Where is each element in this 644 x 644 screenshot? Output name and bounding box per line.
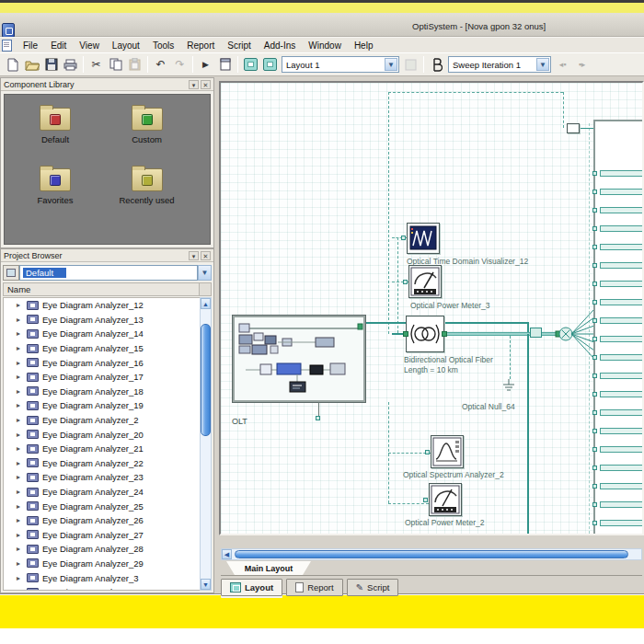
document-icon[interactable] — [2, 40, 12, 52]
tree-item[interactable]: ▸Eye Diagram Analyzer_28 — [4, 542, 201, 557]
tree-item[interactable]: ▸Eye Diagram Analyzer_13 — [4, 313, 201, 328]
expand-arrow-icon[interactable]: ▸ — [17, 574, 27, 582]
folder-default[interactable]: Default — [16, 108, 95, 144]
tree-item[interactable]: ▸Eye Diagram Analyzer_19 — [4, 398, 201, 413]
tree-item[interactable]: ▸Eye Diagram Analyzer_16 — [4, 355, 201, 370]
cut-button[interactable]: ✂ — [86, 55, 106, 75]
folder-favorites[interactable]: Favorites — [16, 168, 95, 205]
expand-arrow-icon[interactable]: ▸ — [17, 301, 27, 309]
expand-arrow-icon[interactable]: ▸ — [17, 344, 27, 352]
column-options-button[interactable] — [199, 283, 211, 295]
onu-splitter-block[interactable] — [593, 120, 642, 534]
close-panel-button[interactable]: ✕ — [201, 80, 211, 89]
layout-options-button[interactable] — [401, 55, 420, 75]
print-button[interactable] — [61, 55, 80, 75]
expand-arrow-icon[interactable]: ▸ — [17, 373, 27, 381]
tree-item[interactable]: ▸Eye Diagram Analyzer_20 — [4, 427, 201, 442]
optical-null[interactable] — [502, 379, 515, 392]
browser-view-button[interactable] — [3, 265, 19, 281]
title-bar[interactable]: OptiSystem - [Nova gpon 32 onus] — [0, 13, 644, 37]
menu-window[interactable]: Window — [302, 40, 348, 52]
optical-splitter[interactable] — [550, 306, 594, 363]
expand-arrow-icon[interactable]: ▸ — [17, 502, 27, 511]
folder-recently-used[interactable]: Recently used — [108, 168, 187, 205]
layout-window-button[interactable] — [215, 55, 235, 75]
run-button[interactable]: ▶ — [196, 55, 215, 75]
expand-arrow-icon[interactable]: ▸ — [17, 488, 27, 496]
expand-arrow-icon[interactable]: ▸ — [17, 416, 27, 424]
scroll-up-arrow[interactable]: ▲ — [201, 298, 211, 309]
new-button[interactable] — [3, 55, 22, 75]
expand-arrow-icon[interactable]: ▸ — [17, 359, 27, 367]
tree-item[interactable]: ▸Eye Diagram Analyzer_24 — [4, 485, 201, 500]
dropdown-arrow-icon[interactable]: ▼ — [198, 265, 212, 281]
top-connector-box[interactable] — [567, 123, 580, 133]
close-panel-button[interactable]: ✕ — [201, 251, 211, 260]
expand-arrow-icon[interactable]: ▸ — [17, 387, 27, 396]
optical-time-domain-visualizer[interactable] — [407, 223, 440, 254]
name-column-header[interactable]: Name — [3, 282, 212, 296]
inline-connector[interactable] — [530, 328, 542, 338]
folder-custom[interactable]: Custom — [108, 108, 187, 144]
menu-file[interactable]: File — [17, 40, 44, 52]
tree-item[interactable]: ▸Eye Diagram Analyzer_22 — [4, 456, 201, 471]
tree-item[interactable]: ▸Eye Diagram Analyzer_14 — [4, 327, 201, 341]
tree-item[interactable]: ▸Eye Diagram Analyzer_18 — [4, 385, 201, 399]
undo-button[interactable]: ↶ — [151, 55, 170, 75]
scrollbar-thumb[interactable] — [235, 550, 628, 558]
tree-item[interactable]: ▸Eye Diagram Analyzer_2 — [4, 413, 201, 428]
tree-item[interactable]: ▸Eye Diagram Analyzer_29 — [4, 557, 201, 571]
expand-arrow-icon[interactable]: ▸ — [17, 444, 27, 453]
layout-select[interactable]: Layout 1 ▼ — [282, 56, 399, 73]
tree-item[interactable]: ▸Eye Diagram Analyzer_30 — [4, 585, 201, 591]
menu-layout[interactable]: Layout — [106, 40, 146, 52]
tab-report[interactable]: Report — [286, 579, 343, 596]
tree-item[interactable]: ▸Eye Diagram Analyzer_21 — [4, 442, 201, 456]
schematic-canvas[interactable]: OLT Optical Time Domain Visualizer_12 — [221, 83, 642, 534]
tree-item[interactable]: ▸Eye Diagram Analyzer_15 — [4, 341, 201, 356]
tab-layout[interactable]: Layout — [221, 579, 282, 596]
expand-arrow-icon[interactable]: ▸ — [17, 316, 27, 324]
menu-report[interactable]: Report — [180, 40, 221, 52]
menu-help[interactable]: Help — [348, 40, 380, 52]
tree-item[interactable]: ▸Eye Diagram Analyzer_17 — [4, 370, 201, 385]
expand-arrow-icon[interactable]: ▸ — [17, 531, 27, 539]
prev-iteration-button[interactable]: ◂▪ — [553, 55, 572, 75]
redo-button[interactable]: ↷ — [170, 55, 190, 75]
canvas-h-scrollbar[interactable]: ◀ — [221, 548, 642, 560]
scrollbar-thumb[interactable] — [201, 324, 211, 436]
optical-power-meter-2[interactable] — [429, 483, 462, 516]
scroll-left-arrow[interactable]: ◀ — [222, 549, 232, 559]
menu-view[interactable]: View — [73, 40, 106, 52]
expand-arrow-icon[interactable]: ▸ — [17, 459, 27, 467]
olt-subsystem-block[interactable] — [233, 316, 365, 402]
dropdown-arrow-icon[interactable]: ▼ — [385, 58, 397, 71]
tree-item[interactable]: ▸Eye Diagram Analyzer_27 — [4, 528, 201, 543]
expand-arrow-icon[interactable]: ▸ — [17, 516, 27, 524]
optical-power-meter-3[interactable] — [408, 265, 442, 298]
open-button[interactable] — [22, 55, 41, 75]
optical-spectrum-analyzer[interactable] — [431, 435, 464, 468]
pin-panel-button[interactable]: ▾ — [189, 251, 199, 260]
expand-arrow-icon[interactable]: ▸ — [17, 329, 27, 338]
next-iteration-button[interactable]: ▪▸ — [572, 55, 592, 75]
expand-arrow-icon[interactable]: ▸ — [17, 588, 27, 591]
main-layout-tab[interactable]: Main Layout — [226, 561, 311, 575]
expand-arrow-icon[interactable]: ▸ — [17, 473, 27, 481]
tab-script[interactable]: ✎ Script — [347, 579, 399, 596]
expand-arrow-icon[interactable]: ▸ — [17, 559, 27, 568]
sweep-iteration-select[interactable]: Sweep Iteration 1 ▼ — [448, 56, 551, 73]
sweep-button[interactable] — [427, 55, 446, 75]
menu-edit[interactable]: Edit — [44, 40, 73, 52]
tree-item[interactable]: ▸Eye Diagram Analyzer_23 — [4, 470, 201, 485]
tree-item[interactable]: ▸Eye Diagram Analyzer_12 — [4, 298, 201, 313]
tree-item[interactable]: ▸Eye Diagram Analyzer_25 — [4, 499, 201, 513]
expand-arrow-icon[interactable]: ▸ — [17, 431, 27, 439]
tree-item[interactable]: ▸Eye Diagram Analyzer_26 — [4, 513, 201, 528]
bidirectional-optical-fiber[interactable] — [406, 316, 444, 352]
pin-panel-button[interactable]: ▾ — [189, 80, 199, 89]
expand-arrow-icon[interactable]: ▸ — [17, 401, 27, 409]
tree-item[interactable]: ▸Eye Diagram Analyzer_3 — [4, 570, 201, 585]
copy-button[interactable] — [106, 55, 125, 75]
scroll-down-arrow[interactable]: ▼ — [201, 579, 211, 590]
